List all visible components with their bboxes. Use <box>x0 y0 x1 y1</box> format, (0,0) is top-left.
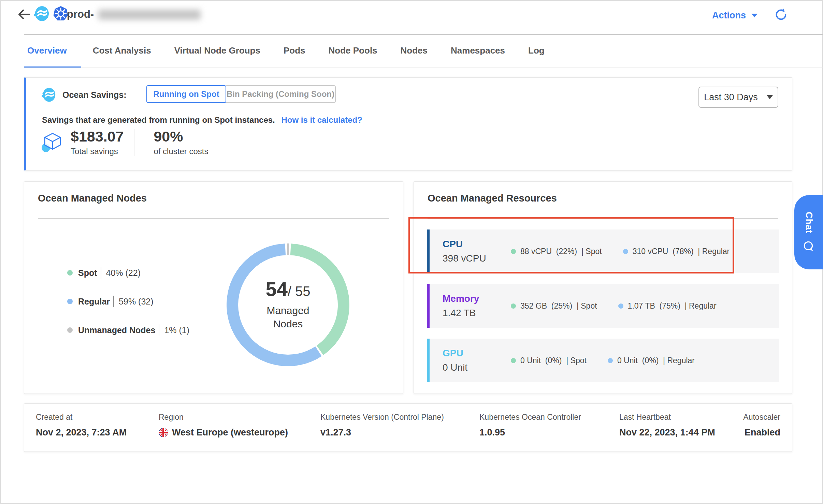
tab-bar-divider <box>24 68 823 68</box>
resource-row-cpu: CPU 398 vCPU 88 vCPU (22%) | Spot 310 vC… <box>427 229 779 273</box>
cpu-spot-stat: 88 vCPU (22%) | Spot <box>511 247 602 256</box>
chat-bubble-icon <box>803 240 815 253</box>
cluster-cost-value: 90% <box>154 129 208 144</box>
memory-total: 1.42 TB <box>443 308 511 318</box>
chevron-down-icon <box>751 14 757 17</box>
bin-packing-toggle[interactable]: Bin Packing (Coming Soon) <box>225 85 336 103</box>
spot-dot-icon <box>511 249 516 254</box>
tab-virtual-node-groups[interactable]: Virtual Node Groups <box>163 35 272 68</box>
panel-divider <box>428 218 778 219</box>
refresh-icon <box>774 8 788 22</box>
chat-button[interactable]: Chat <box>794 195 823 269</box>
tab-bar: Overview Cost Analysis Virtual Node Grou… <box>24 35 823 68</box>
legend-item-spot: Spot 40% (22) <box>67 267 189 279</box>
period-select-value: Last 30 Days <box>704 92 758 103</box>
gpu-regular-stat: 0 Unit (0%) | Regular <box>608 356 695 365</box>
cpu-label: CPU <box>443 239 511 250</box>
chat-label: Chat <box>804 212 814 234</box>
gpu-label: GPU <box>443 348 511 359</box>
kubernetes-logo-icon <box>53 5 69 22</box>
tab-cost-analysis[interactable]: Cost Analysis <box>81 35 163 68</box>
running-on-spot-toggle[interactable]: Running on Spot <box>146 85 226 103</box>
legend-item-regular: Regular 59% (32) <box>67 296 189 307</box>
savings-description: Savings that are generated from running … <box>42 115 362 125</box>
total-savings-stat: $183.07 Total savings <box>71 129 124 156</box>
regular-dot-icon <box>67 299 73 304</box>
total-savings-value: $183.07 <box>71 129 124 144</box>
autoscaler-cell: Autoscaler Enabled <box>743 413 780 438</box>
donut-legend: Spot 40% (22) Regular 59% (32) Unmanaged… <box>67 267 189 336</box>
tab-nodes[interactable]: Nodes <box>389 35 439 68</box>
actions-button[interactable]: Actions <box>712 10 757 21</box>
resource-row-memory: Memory 1.42 TB 352 GB (25%) | Spot 1.07 … <box>427 284 779 328</box>
ocean-savings-panel: Ocean Savings: Running on Spot Bin Packi… <box>24 77 792 171</box>
stat-divider <box>134 129 134 156</box>
cpu-total: 398 vCPU <box>443 253 511 264</box>
regular-dot-icon <box>608 358 613 363</box>
tab-pods[interactable]: Pods <box>272 35 317 68</box>
last-heartbeat-cell: Last Heartbeat Nov 22, 2023, 1:44 PM <box>619 413 715 438</box>
regular-dot-icon <box>623 249 628 254</box>
cluster-info-footer: Created at Nov 2, 2023, 7:23 AM Region W… <box>24 403 792 452</box>
period-select[interactable]: Last 30 Days <box>698 87 778 108</box>
created-at-cell: Created at Nov 2, 2023, 7:23 AM <box>36 413 127 438</box>
managed-resources-title: Ocean Managed Resources <box>428 193 557 204</box>
unmanaged-dot-icon <box>67 327 73 333</box>
regular-dot-icon <box>618 303 623 309</box>
resource-row-gpu: GPU 0 Unit 0 Unit (0%) | Spot 0 Unit (0%… <box>427 339 779 382</box>
managed-nodes-donut-chart <box>227 243 349 366</box>
cluster-cost-label: of cluster costs <box>154 147 208 156</box>
tab-namespaces[interactable]: Namespaces <box>439 35 517 68</box>
tab-node-pools[interactable]: Node Pools <box>317 35 389 68</box>
ocean-controller-cell: Kubernetes Ocean Controller 1.0.95 <box>479 413 581 438</box>
spot-dot-icon <box>511 358 516 363</box>
total-savings-label: Total savings <box>71 147 124 156</box>
region-cell: Region West Europe (westeurope) <box>159 413 288 438</box>
savings-stats: $183.07 Total savings 90% of cluster cos… <box>41 129 208 156</box>
ocean-savings-icon <box>41 87 56 102</box>
gpu-spot-stat: 0 Unit (0%) | Spot <box>511 356 587 365</box>
memory-spot-stat: 352 GB (25%) | Spot <box>511 301 597 311</box>
savings-cube-icon <box>41 131 64 154</box>
gpu-total: 0 Unit <box>443 362 511 373</box>
cluster-cost-stat: 90% of cluster costs <box>154 129 208 156</box>
refresh-button[interactable] <box>774 8 788 22</box>
spot-dot-icon <box>511 303 516 309</box>
chevron-down-icon <box>767 95 773 99</box>
page-title: prod- <box>67 8 94 20</box>
ocean-cluster-overview-screen: prod- Actions Overview Cost Analysis Vir… <box>0 0 823 504</box>
k8s-version-cell: Kubernetes Version (Control Plane) v1.27… <box>320 413 444 438</box>
spot-dot-icon <box>67 270 73 276</box>
back-arrow-icon <box>16 7 31 22</box>
managed-nodes-title: Ocean Managed Nodes <box>38 193 147 204</box>
legend-item-unmanaged: Unmanaged Nodes 1% (1) <box>67 324 189 336</box>
cpu-regular-stat: 310 vCPU (78%) | Regular <box>623 247 730 256</box>
savings-mode-toggle: Running on Spot Bin Packing (Coming Soon… <box>146 85 336 103</box>
memory-label: Memory <box>443 293 511 304</box>
ocean-logo-icon <box>33 5 50 22</box>
actions-label: Actions <box>712 10 746 21</box>
panel-divider <box>38 218 389 219</box>
ocean-managed-resources-panel: Ocean Managed Resources CPU 398 vCPU 88 … <box>414 181 792 394</box>
memory-regular-stat: 1.07 TB (75%) | Regular <box>618 301 717 311</box>
ocean-savings-label: Ocean Savings: <box>62 90 127 100</box>
tab-overview[interactable]: Overview <box>24 35 81 68</box>
how-is-it-calculated-link[interactable]: How is it calculated? <box>281 115 362 124</box>
page-title-redacted-blur <box>98 10 201 20</box>
tab-log[interactable]: Log <box>517 35 556 68</box>
uk-flag-icon <box>159 428 168 437</box>
ocean-managed-nodes-panel: Ocean Managed Nodes Spot 40% (22) Regula… <box>24 181 403 394</box>
back-button[interactable] <box>16 7 31 22</box>
